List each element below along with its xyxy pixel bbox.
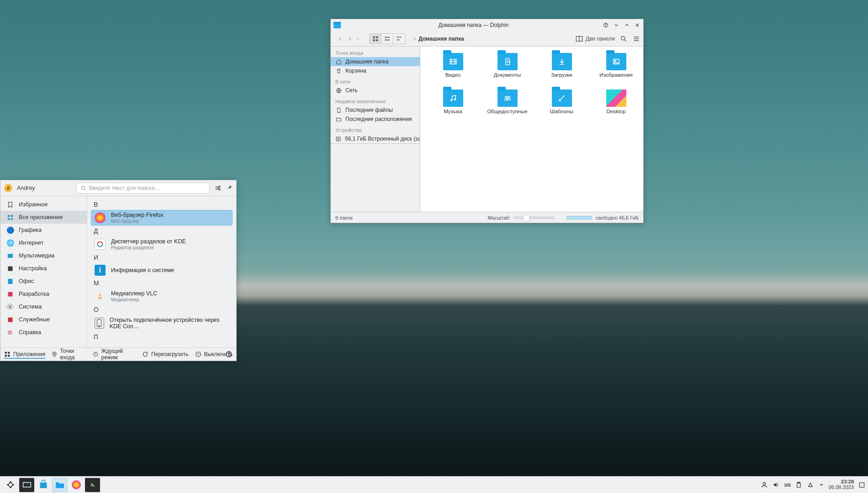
- letter-v: В: [91, 199, 233, 210]
- lifebuoy-icon: ⊚: [6, 328, 14, 336]
- search-button[interactable]: [619, 35, 628, 43]
- cat-label: Офис: [19, 278, 34, 284]
- places-recent-files-label: Последние файлы: [345, 107, 393, 113]
- avatar[interactable]: A: [4, 184, 12, 192]
- places-recent-locations[interactable]: Последние расположения: [331, 115, 420, 124]
- app-partition[interactable]: Диспетчер разделов от KDEРедактор раздел…: [91, 236, 233, 252]
- svg-point-51: [54, 353, 55, 354]
- app-name: Открыть подключённое устройство через KD…: [110, 317, 229, 330]
- app-vlc[interactable]: Медиаплеер VLCМедиаплеер: [91, 288, 233, 304]
- footer-reboot[interactable]: Перезагрузить: [142, 351, 188, 357]
- folder-public[interactable]: Общедоступные: [485, 89, 530, 123]
- search-input[interactable]: Введите текст для поиска…: [76, 183, 210, 194]
- cat-internet[interactable]: 🌐Интернет: [0, 236, 87, 249]
- back-button[interactable]: [335, 34, 344, 43]
- split-view-button[interactable]: Две панели: [576, 36, 615, 42]
- footer-apps[interactable]: Приложения: [4, 351, 45, 359]
- svg-point-28: [219, 186, 221, 187]
- close-icon[interactable]: [634, 22, 640, 28]
- forward-button[interactable]: [345, 34, 355, 43]
- footer-label: Точки входа: [60, 348, 86, 361]
- cat-development[interactable]: Разработка: [0, 288, 87, 300]
- cat-graphics[interactable]: 🔵Графика: [0, 224, 87, 236]
- cat-all[interactable]: Все приложения: [0, 211, 87, 224]
- app-firefox[interactable]: Веб-браузер FirefoxВеб-браузер: [91, 210, 233, 226]
- folder-templates[interactable]: Шаблоны: [539, 89, 584, 123]
- free-space-bar: [566, 216, 592, 220]
- svg-point-22: [614, 60, 616, 62]
- places-home[interactable]: Домашняя папка: [331, 57, 420, 66]
- svg-rect-49: [5, 355, 7, 357]
- folder-icon: [335, 116, 342, 122]
- filter-icon[interactable]: [214, 184, 222, 192]
- folder-label: Загрузки: [551, 72, 572, 78]
- folder-label: Изображения: [599, 72, 632, 78]
- places-network[interactable]: Сеть: [331, 86, 420, 95]
- footer-places[interactable]: Точки входа: [52, 348, 86, 361]
- cat-favorites[interactable]: Избранное: [0, 198, 87, 211]
- svg-point-30: [219, 189, 221, 190]
- breadcrumb-chevron-icon: ›: [414, 36, 416, 42]
- cat-system[interactable]: Система: [0, 300, 87, 313]
- office-icon: [6, 277, 14, 285]
- svg-rect-36: [8, 266, 12, 271]
- svg-point-23: [450, 100, 452, 101]
- trash-icon: [335, 68, 342, 74]
- folder-pictures[interactable]: Изображения: [593, 53, 639, 87]
- globe-icon: 🌐: [6, 239, 14, 247]
- folder-video[interactable]: Видео: [430, 53, 476, 87]
- history-dropdown[interactable]: [355, 37, 361, 41]
- svg-point-16: [621, 36, 625, 40]
- cat-office[interactable]: Офис: [0, 275, 87, 288]
- folder-label: Документы: [494, 72, 521, 78]
- svg-point-26: [508, 96, 510, 99]
- folder-downloads[interactable]: Загрузки: [539, 53, 584, 87]
- titlebar[interactable]: Домашняя папка — Dolphin: [331, 19, 643, 31]
- breadcrumb-home[interactable]: Домашняя папка: [418, 36, 464, 42]
- file-grid[interactable]: Видео Документы Загрузки Изображения Муз…: [420, 47, 643, 212]
- svg-rect-3: [376, 36, 378, 38]
- view-details[interactable]: [393, 34, 405, 44]
- bookmark-icon: [6, 200, 14, 209]
- folder-documents[interactable]: Документы: [485, 53, 530, 87]
- app-kdeconnect[interactable]: Открыть подключённое устройство через KD…: [91, 315, 233, 331]
- view-icons[interactable]: [370, 34, 381, 44]
- maximize-icon[interactable]: [624, 22, 630, 28]
- cat-settings[interactable]: Настройка: [0, 262, 87, 275]
- places-trash[interactable]: Корзина: [331, 66, 420, 75]
- app-info[interactable]: i Информация о системе: [91, 263, 233, 278]
- app-list[interactable]: В Веб-браузер FirefoxВеб-браузер Д Диспе…: [87, 196, 236, 347]
- cat-help[interactable]: ⊚Справка: [0, 326, 87, 339]
- phone-icon: [95, 318, 104, 329]
- search-icon: [80, 185, 86, 191]
- window-title: Домашняя папка — Dolphin: [344, 22, 603, 28]
- home-icon: [335, 58, 342, 65]
- folder-count: 8 папок: [335, 215, 353, 220]
- footer-sleep[interactable]: Ждущий режим: [93, 348, 136, 361]
- svg-rect-44: [99, 296, 101, 297]
- svg-rect-4: [373, 39, 375, 41]
- cat-label: Избранное: [19, 201, 48, 208]
- cat-utility[interactable]: Служебные: [0, 313, 87, 326]
- letter-p: П: [91, 331, 233, 342]
- folder-music[interactable]: Музыка: [430, 89, 476, 123]
- breadcrumb[interactable]: › Домашняя папка: [414, 36, 576, 42]
- places-recent-files[interactable]: Последние файлы: [331, 105, 420, 115]
- launcher-header: A Andrey Введите текст для поиска…: [0, 180, 236, 196]
- svg-point-19: [338, 138, 339, 139]
- svg-rect-37: [8, 278, 12, 283]
- view-compact[interactable]: [381, 34, 393, 44]
- svg-rect-31: [7, 215, 9, 216]
- zoom-label: Масштаб:: [488, 215, 511, 220]
- places-disk[interactable]: 56,1 ГиБ Встроенный диск (sda2): [331, 134, 420, 144]
- footer-help[interactable]: [225, 351, 233, 358]
- zoom-slider[interactable]: [513, 216, 555, 219]
- menu-button[interactable]: [632, 35, 640, 43]
- help-icon[interactable]: [603, 22, 609, 28]
- folder-desktop[interactable]: Desktop: [593, 89, 639, 123]
- svg-point-29: [218, 188, 219, 189]
- cat-multimedia[interactable]: Мультимедиа: [0, 249, 87, 262]
- places-section-entry: Точки входа: [331, 47, 420, 57]
- pin-icon[interactable]: [226, 184, 233, 192]
- minimize-icon[interactable]: [613, 22, 619, 28]
